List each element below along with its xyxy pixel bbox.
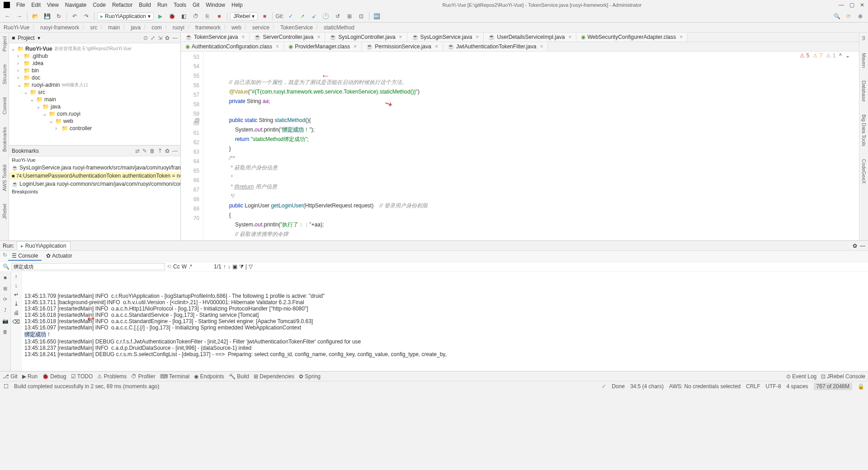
bottom-tab-endpoints[interactable]: ◉ Endpoints [194, 373, 224, 380]
close-tab-icon[interactable]: × [276, 43, 279, 50]
back-icon[interactable]: ← [3, 11, 13, 21]
breadcrumb-item[interactable]: service [251, 24, 270, 31]
encoding[interactable]: UTF-8 [766, 383, 781, 390]
breadcrumb-item[interactable]: src [89, 24, 98, 31]
select-all-icon[interactable]: ▣ [232, 263, 237, 270]
forward-icon[interactable]: → [14, 11, 24, 21]
rail-big-data-tools[interactable]: Big Data Tools [861, 113, 867, 148]
jrebel-dropdown[interactable]: JRebel▾ [230, 12, 258, 20]
menu-edit[interactable]: Edit [28, 1, 43, 9]
rail-aws-toolkit[interactable]: AWS Toolkit [2, 163, 7, 193]
tree-item[interactable]: ›📁.idea [9, 60, 180, 67]
select-opened-icon[interactable]: ⊙ [143, 35, 148, 41]
breakpoints-label[interactable]: Breakpoints [9, 188, 180, 195]
lock-icon[interactable]: 🔒 [858, 383, 864, 390]
rail-structure[interactable]: Structure [2, 62, 7, 86]
undo-icon[interactable]: ↶ [70, 11, 80, 21]
tree-item[interactable]: ›📁bin [9, 67, 180, 74]
bm-settings-icon[interactable]: ✿ [165, 148, 170, 154]
tool2-icon[interactable]: ⊡ [356, 11, 366, 21]
tool-window-icon[interactable]: ☐ [4, 383, 9, 390]
debug-icon[interactable]: 🐞 [167, 11, 177, 21]
close-tab-icon[interactable]: × [435, 43, 438, 50]
filter-icon[interactable]: ⧩ [239, 263, 244, 270]
bookmark-item[interactable]: ■ 74:UsernamePasswordAuthenticationToken… [9, 172, 180, 180]
bm-hide-icon[interactable]: ― [172, 148, 178, 154]
exit-icon[interactable]: ⤴ [1, 306, 9, 314]
clear-icon[interactable]: ⌫ [12, 319, 20, 325]
git-update-icon[interactable]: ✓ [286, 11, 296, 21]
rerun2-icon[interactable]: ⟳ [1, 295, 9, 303]
tree-item[interactable]: ⌄📁main [9, 96, 180, 103]
editor-tab[interactable]: ☕ServerController.java× [250, 33, 325, 42]
wrap-icon[interactable]: ↵ [14, 291, 19, 298]
minimize-icon[interactable]: ― [839, 2, 844, 8]
editor-tab[interactable]: ◉ProviderManager.class× [284, 42, 362, 51]
editor-tab[interactable]: ☕JwtAuthenticationTokenFilter.java× [443, 42, 548, 51]
menu-window[interactable]: Window [203, 1, 228, 9]
bookmark-item[interactable]: ☕ LoginUser.java ruoyi-common/src/main/j… [9, 180, 180, 188]
close-tab-icon[interactable]: × [679, 34, 683, 40]
run-hide-icon[interactable]: ― [860, 243, 865, 249]
console-output[interactable]: ↙ 13:45:13.709 [restartedMain] INFO c.r.… [22, 272, 868, 371]
rail-codegeex[interactable]: CodeGeeX [861, 157, 867, 185]
regex-toggle[interactable]: .* [189, 263, 192, 270]
breadcrumb-item[interactable]: java [130, 24, 142, 31]
tree-item[interactable]: ›📁doc [9, 74, 180, 81]
menu-view[interactable]: View [44, 1, 61, 9]
code-editor[interactable]: ⚠ 5 ⚠ 7 ⚠ 1 ^⌄ 5354555657585960616263646… [181, 52, 859, 240]
hide-icon[interactable]: ― [172, 35, 178, 41]
editor-tab[interactable]: ☕PermissionService.java× [362, 42, 443, 51]
git-push-icon[interactable]: ↗ [297, 11, 307, 21]
breadcrumb-item[interactable]: ruoyi-framework [39, 24, 80, 31]
close-tab-icon[interactable]: × [399, 34, 402, 40]
menu-tools[interactable]: Tools [171, 1, 189, 9]
tree-item[interactable]: ⌄📁ruoyi-admin web服务入口 [9, 81, 180, 89]
aws-status[interactable]: AWS: No credentials selected [669, 383, 741, 390]
delete-icon[interactable]: 🗑 [1, 328, 9, 336]
attach-icon[interactable]: ⎘ [203, 11, 212, 21]
bottom-tab-spring[interactable]: ✿ Spring [299, 373, 321, 380]
git-history-icon[interactable]: 🕐 [321, 11, 331, 21]
rail-jrebel[interactable]: JRebel [2, 202, 7, 221]
scroll-icon[interactable]: ⤓ [14, 301, 19, 307]
breadcrumb-item[interactable]: RuoYi-Vue [3, 24, 30, 31]
menu-build[interactable]: Build [136, 1, 154, 9]
rail-bookmarks[interactable]: Bookmarks [2, 125, 7, 154]
open-icon[interactable]: 📂 [30, 11, 40, 21]
profile-icon[interactable]: ⏱ [191, 11, 201, 21]
stop-run-icon[interactable]: ■ [1, 273, 9, 282]
search-icon[interactable]: 🔍 [832, 11, 842, 21]
tool-icon[interactable]: ⊞ [344, 11, 354, 21]
editor-tab[interactable]: ☕TokenService.java× [181, 33, 250, 42]
breadcrumb-item[interactable]: web [231, 24, 242, 31]
event-log-tab[interactable]: ⊙ Event Log [786, 373, 816, 380]
editor-tab[interactable]: ☕SysLoginController.java× [325, 33, 407, 42]
tree-item[interactable]: ⌄📁web [9, 118, 180, 125]
bottom-tab-run[interactable]: ▶ Run [22, 373, 38, 380]
layout-icon[interactable]: ⊞ [1, 284, 9, 292]
menu-help[interactable]: Help [229, 1, 245, 9]
settings-icon[interactable]: ✿ [165, 35, 170, 41]
run-settings-icon[interactable]: ✿ [853, 243, 857, 249]
git-revert-icon[interactable]: ↺ [333, 11, 343, 21]
menu-refactor[interactable]: Refactor [109, 1, 135, 9]
bottom-tab-todo[interactable]: ☑ TODO [71, 373, 93, 380]
tree-item[interactable]: ⌄📁src [9, 89, 180, 96]
menu-run[interactable]: Run [155, 1, 170, 9]
console-tab[interactable]: ☰ Console [8, 252, 42, 261]
bottom-tab-problems[interactable]: ⚠ Problems [97, 373, 127, 380]
close-icon[interactable]: ✕ [860, 2, 864, 8]
bottom-tab-dependencies[interactable]: ⊞ Dependencies [254, 373, 294, 380]
close-tab-icon[interactable]: × [354, 43, 357, 50]
jrebel-console-tab[interactable]: ⊡ JRebel Console [821, 373, 865, 380]
jrebel-stop-icon[interactable]: ■ [259, 11, 269, 21]
actuator-tab[interactable]: ✿ Actuator [42, 252, 75, 261]
expand-icon[interactable]: ⤢ [151, 35, 155, 41]
stop-icon[interactable]: ■ [214, 11, 224, 21]
up-icon[interactable]: ↑ [15, 273, 18, 280]
save-icon[interactable]: 💾 [42, 11, 52, 21]
bm-up-icon[interactable]: ⤒ [158, 148, 162, 154]
redo-icon[interactable]: ↷ [81, 11, 91, 21]
tree-item[interactable]: ⌄📁java [9, 103, 180, 110]
